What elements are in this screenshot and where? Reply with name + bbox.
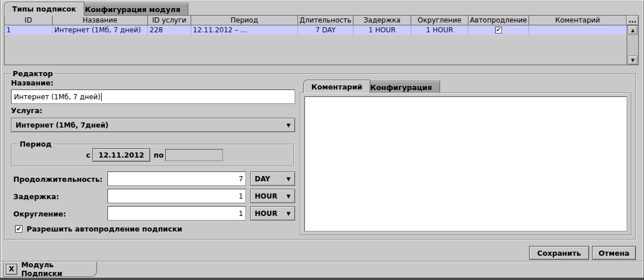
table-scrollbar[interactable]: ▲ ▼ bbox=[627, 25, 638, 65]
delay-label: Задержка: bbox=[13, 192, 59, 201]
check-icon: ✔ bbox=[16, 226, 21, 232]
cell-comment bbox=[529, 25, 627, 35]
window-frame-edge bbox=[0, 278, 644, 280]
delay-input[interactable]: 1 bbox=[107, 189, 246, 203]
table-row[interactable]: 1 Интернет (1Мб, 7 дней) 228 12.11.2012 … bbox=[5, 25, 627, 35]
close-module-button[interactable]: X bbox=[6, 264, 17, 275]
tab-module-config[interactable]: Конфигурация модуля bbox=[77, 3, 188, 16]
editor-groupbox: Редактор Название: Интернет (1Мб, 7 дней… bbox=[4, 73, 636, 240]
duration-unit-select[interactable]: DAY ▼ bbox=[250, 171, 295, 186]
cell-service-id: 228 bbox=[148, 25, 191, 35]
tab-configuration[interactable]: Конфигурация bbox=[362, 81, 440, 93]
column-header-period[interactable]: Период bbox=[191, 16, 298, 25]
column-header-delay[interactable]: Задержка bbox=[353, 16, 411, 25]
rounding-unit-select[interactable]: HOUR ▼ bbox=[250, 206, 295, 221]
cell-period: 12.11.2012 – ... bbox=[191, 25, 298, 35]
chevron-down-icon: ▼ bbox=[286, 122, 291, 128]
name-input-value: Интернет (1Мб, 7 дней) bbox=[14, 93, 100, 101]
period-from-label: с bbox=[86, 151, 90, 159]
more-columns-button[interactable]: ... bbox=[627, 16, 638, 25]
bottom-tab-label: Модуль Подписки bbox=[21, 260, 92, 278]
cell-rounding: 1 HOUR bbox=[411, 25, 468, 35]
scroll-down-button[interactable]: ▼ bbox=[628, 55, 638, 65]
rounding-input[interactable]: 1 bbox=[107, 206, 246, 221]
period-title: Период bbox=[17, 140, 54, 148]
text-caret bbox=[101, 93, 102, 101]
duration-input[interactable]: 7 bbox=[107, 171, 246, 186]
rounding-label: Округление: bbox=[13, 210, 66, 218]
check-icon: ✔ bbox=[496, 27, 501, 33]
save-button[interactable]: Сохранить bbox=[529, 246, 589, 260]
duration-label: Продолжительность: bbox=[13, 175, 103, 184]
column-header-id[interactable]: ID bbox=[5, 16, 53, 25]
close-icon: X bbox=[9, 265, 14, 273]
tab-subscription-types[interactable]: Типы подписок bbox=[4, 2, 84, 16]
cancel-button[interactable]: Отмена bbox=[592, 246, 636, 260]
table-header: ID Название ID услуги Период Длительност… bbox=[5, 16, 638, 25]
column-header-name[interactable]: Название bbox=[53, 16, 148, 25]
comment-tab-panel bbox=[300, 92, 631, 235]
column-header-comment[interactable]: Коментарий bbox=[529, 16, 627, 25]
period-to-label: по bbox=[154, 151, 163, 159]
chevron-down-icon: ▼ bbox=[286, 211, 291, 216]
delay-unit-value: HOUR bbox=[255, 192, 277, 200]
cell-name: Интернет (1Мб, 7 дней) bbox=[53, 25, 148, 35]
period-groupbox: Период с 12.11.2012 по bbox=[11, 144, 294, 166]
comment-textarea[interactable] bbox=[304, 96, 627, 232]
scroll-up-button[interactable]: ▲ bbox=[628, 25, 638, 35]
cell-autorenew: ✔ bbox=[468, 25, 529, 35]
autorenew-label: Разрешить автопродление подписки bbox=[27, 225, 183, 233]
service-select-value: Интернет (1Мб, 7дней) bbox=[16, 121, 109, 129]
cell-id: 1 bbox=[5, 25, 53, 35]
column-header-rounding[interactable]: Округление bbox=[411, 16, 468, 25]
autorenew-checkbox[interactable]: ✔ bbox=[15, 225, 23, 233]
module-window: Типы подписок Конфигурация модуля ID Наз… bbox=[0, 0, 644, 280]
cell-duration: 7 DAY bbox=[298, 25, 353, 35]
chevron-down-icon: ▼ bbox=[286, 193, 291, 199]
column-header-autorenew[interactable]: Автопродление bbox=[468, 16, 529, 25]
tab-module-subscriptions[interactable]: X Модуль Подписки bbox=[3, 262, 97, 277]
rounding-unit-value: HOUR bbox=[255, 210, 277, 218]
subscriptions-table: ID Название ID услуги Период Длительност… bbox=[4, 15, 639, 65]
column-header-duration[interactable]: Длительность bbox=[298, 16, 353, 25]
autorenew-checkbox-row: ✔ Разрешить автопродление подписки bbox=[15, 225, 183, 233]
duration-unit-value: DAY bbox=[255, 175, 270, 183]
period-to-field[interactable] bbox=[165, 149, 223, 161]
name-input[interactable]: Интернет (1Мб, 7 дней) bbox=[11, 89, 295, 104]
service-label: Услуга: bbox=[11, 106, 42, 115]
service-select[interactable]: Интернет (1Мб, 7дней) ▼ bbox=[11, 118, 295, 132]
delay-unit-select[interactable]: HOUR ▼ bbox=[250, 189, 295, 203]
tab-comment[interactable]: Коментарий bbox=[303, 80, 370, 93]
row-autorenew-checkbox[interactable]: ✔ bbox=[495, 27, 502, 33]
chevron-down-icon: ▼ bbox=[286, 176, 291, 182]
column-header-service-id[interactable]: ID услуги bbox=[148, 16, 191, 25]
name-label: Название: bbox=[11, 79, 53, 87]
cell-delay: 1 HOUR bbox=[353, 25, 411, 35]
editor-title: Редактор bbox=[10, 69, 55, 78]
period-from-button[interactable]: 12.11.2012 bbox=[92, 148, 150, 162]
